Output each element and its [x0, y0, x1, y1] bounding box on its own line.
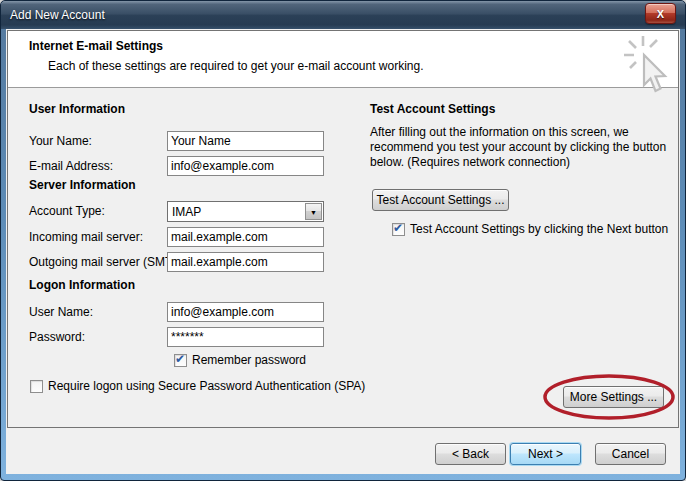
- more-settings-button[interactable]: More Settings ...: [563, 386, 664, 408]
- remember-password-label: Remember password: [192, 353, 306, 367]
- email-address-label: E-mail Address:: [29, 159, 113, 173]
- your-name-label: Your Name:: [29, 134, 92, 148]
- account-type-dropdown-button[interactable]: ▼: [305, 203, 322, 220]
- incoming-server-label: Incoming mail server:: [29, 230, 143, 244]
- add-new-account-dialog: Add New Account X Internet E-mail Settin…: [0, 0, 686, 481]
- checkmark-icon: ✔: [175, 352, 185, 366]
- back-button[interactable]: < Back: [435, 443, 506, 465]
- test-account-settings-button[interactable]: Test Account Settings ...: [372, 189, 509, 211]
- account-type-label: Account Type:: [29, 204, 105, 218]
- next-button[interactable]: Next >: [510, 443, 581, 465]
- settings-panel: Internet E-mail Settings Each of these s…: [7, 30, 679, 428]
- remember-password-checkbox[interactable]: ✔: [174, 354, 187, 367]
- window-title: Add New Account: [10, 8, 105, 22]
- account-type-select[interactable]: IMAP ▼: [167, 201, 324, 222]
- checkmark-icon: ✔: [393, 221, 403, 235]
- require-spa-label: Require logon using Secure Password Auth…: [48, 379, 365, 393]
- account-type-value: IMAP: [172, 205, 201, 219]
- section-server-information: Server Information: [29, 178, 136, 192]
- chevron-down-icon: ▼: [310, 209, 317, 216]
- password-input[interactable]: [167, 327, 324, 347]
- section-logon-information: Logon Information: [29, 278, 135, 292]
- test-on-next-checkbox[interactable]: ✔: [392, 223, 405, 236]
- user-name-label: User Name:: [29, 305, 93, 319]
- section-test-account-settings: Test Account Settings: [370, 102, 495, 116]
- page-header: Internet E-mail Settings Each of these s…: [8, 31, 678, 88]
- outgoing-server-label: Outgoing mail server (SMTP):: [29, 255, 188, 269]
- test-settings-description: After filling out the information on thi…: [370, 125, 670, 170]
- page-subtitle: Each of these settings are required to g…: [48, 59, 424, 73]
- require-spa-checkbox[interactable]: [30, 380, 43, 393]
- email-address-input[interactable]: [167, 156, 324, 176]
- outgoing-server-input[interactable]: [167, 252, 324, 272]
- your-name-input[interactable]: [167, 131, 324, 151]
- dialog-client-area: Internet E-mail Settings Each of these s…: [6, 29, 680, 474]
- titlebar[interactable]: Add New Account X: [1, 1, 685, 29]
- close-button[interactable]: X: [645, 3, 676, 24]
- user-name-input[interactable]: [167, 302, 324, 322]
- incoming-server-input[interactable]: [167, 227, 324, 247]
- section-user-information: User Information: [29, 102, 125, 116]
- password-label: Password:: [29, 330, 85, 344]
- close-icon: X: [657, 8, 664, 20]
- page-title: Internet E-mail Settings: [29, 39, 163, 53]
- test-on-next-label: Test Account Settings by clicking the Ne…: [410, 222, 668, 236]
- cancel-button[interactable]: Cancel: [595, 443, 666, 465]
